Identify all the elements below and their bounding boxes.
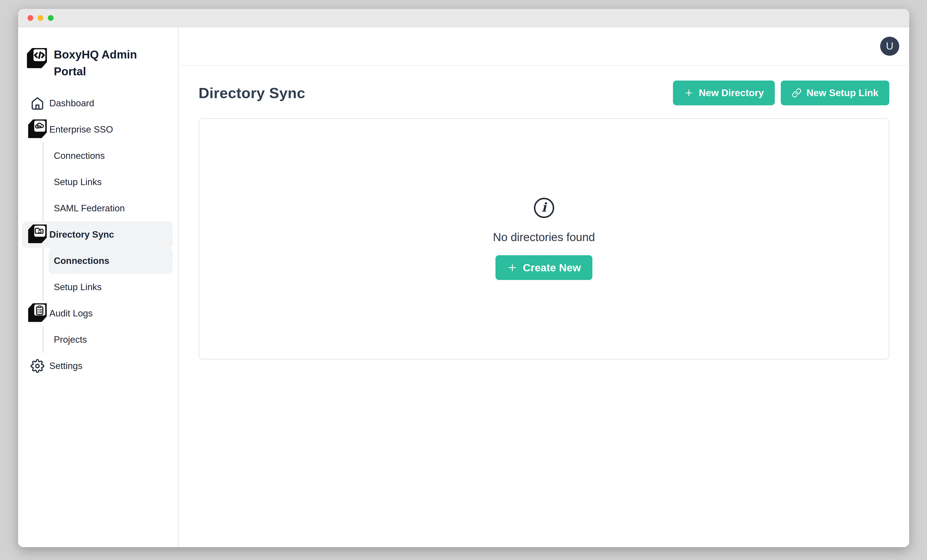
sidebar-item-label: Audit Logs xyxy=(49,308,93,319)
sidebar-item-directory-sync[interactable]: Directory Sync xyxy=(22,222,173,248)
boxyhq-logo-icon xyxy=(26,48,47,70)
window-body: BoxyHQ Admin Portal Dashboard xyxy=(18,27,909,547)
directory-sync-subnav: Connections Setup Links xyxy=(42,248,173,300)
sidebar-item-dashboard[interactable]: Dashboard xyxy=(18,90,173,117)
sidebar-subitem-label: Projects xyxy=(54,334,87,345)
directory-sync-folder-icon xyxy=(27,225,48,245)
sidebar-subitem-projects[interactable]: Projects xyxy=(44,326,173,353)
sidebar-subitem-sso-setup-links[interactable]: Setup Links xyxy=(44,169,173,195)
create-new-button[interactable]: Create New xyxy=(495,255,592,280)
page-title: Directory Sync xyxy=(199,85,305,102)
sidebar-item-label: Settings xyxy=(49,361,82,371)
main-area: U Directory Sync New Directory xyxy=(179,27,909,547)
avatar-initial: U xyxy=(886,40,893,52)
sidebar-subitem-sso-connections[interactable]: Connections xyxy=(44,143,173,169)
sidebar-item-label: Directory Sync xyxy=(49,229,114,240)
sidebar-nav: Dashboard Enterprise SSO xyxy=(18,90,178,379)
app-title-line1: BoxyHQ Admin xyxy=(54,46,137,63)
create-new-button-label: Create New xyxy=(523,262,581,274)
sidebar-subitem-saml-federation[interactable]: SAML Federation xyxy=(44,195,173,222)
page-actions: New Directory New Setup Link xyxy=(673,80,889,105)
sidebar-item-settings[interactable]: Settings xyxy=(18,353,173,379)
sidebar-subitem-label: Connections xyxy=(54,256,109,266)
enterprise-sso-subnav: Connections Setup Links SAML Federation xyxy=(42,143,173,222)
gear-icon xyxy=(27,359,48,373)
audit-logs-clipboard-icon xyxy=(27,303,48,323)
app-title: BoxyHQ Admin Portal xyxy=(54,46,137,80)
sidebar-subitem-dsync-setup-links[interactable]: Setup Links xyxy=(44,274,173,300)
sidebar-subitem-label: Setup Links xyxy=(54,177,102,187)
page-content: Directory Sync New Directory xyxy=(179,66,909,547)
sidebar-subitem-dsync-connections[interactable]: Connections xyxy=(49,248,173,274)
sidebar-item-label: Dashboard xyxy=(49,98,94,109)
home-icon xyxy=(27,96,48,110)
sidebar: BoxyHQ Admin Portal Dashboard xyxy=(18,27,179,547)
sso-cloud-key-icon xyxy=(27,120,48,140)
sidebar-subitem-label: SAML Federation xyxy=(54,203,125,214)
sidebar-subitem-label: Setup Links xyxy=(54,282,102,292)
user-avatar[interactable]: U xyxy=(880,37,899,56)
page-header-row: Directory Sync New Directory xyxy=(199,80,889,105)
top-header: U xyxy=(179,27,909,66)
new-setup-link-button[interactable]: New Setup Link xyxy=(781,80,889,105)
plus-icon xyxy=(684,88,694,98)
new-directory-button[interactable]: New Directory xyxy=(673,80,775,105)
plus-icon xyxy=(507,262,518,273)
minimize-window-button[interactable] xyxy=(38,15,43,21)
info-icon-glyph: i xyxy=(542,201,546,214)
sidebar-item-audit-logs[interactable]: Audit Logs xyxy=(18,300,173,326)
sidebar-subitem-label: Connections xyxy=(54,151,105,161)
sidebar-item-label: Enterprise SSO xyxy=(49,124,113,135)
new-setup-link-button-label: New Setup Link xyxy=(807,88,878,99)
link-icon xyxy=(792,88,802,98)
window-titlebar xyxy=(18,9,909,27)
maximize-window-button[interactable] xyxy=(48,15,53,21)
directories-empty-state-card: i No directories found Create New xyxy=(199,118,889,360)
app-logo[interactable]: BoxyHQ Admin Portal xyxy=(18,46,178,80)
sidebar-item-enterprise-sso[interactable]: Enterprise SSO xyxy=(18,117,173,143)
info-icon: i xyxy=(534,198,554,218)
close-window-button[interactable] xyxy=(27,15,33,21)
app-window: BoxyHQ Admin Portal Dashboard xyxy=(18,9,909,547)
new-directory-button-label: New Directory xyxy=(699,88,764,99)
audit-logs-subnav: Projects xyxy=(42,326,173,353)
page: { "colors": { "accent": "#2bbd9d", "ink"… xyxy=(0,0,927,560)
empty-state-message: No directories found xyxy=(493,231,595,244)
app-title-line2: Portal xyxy=(54,63,137,80)
